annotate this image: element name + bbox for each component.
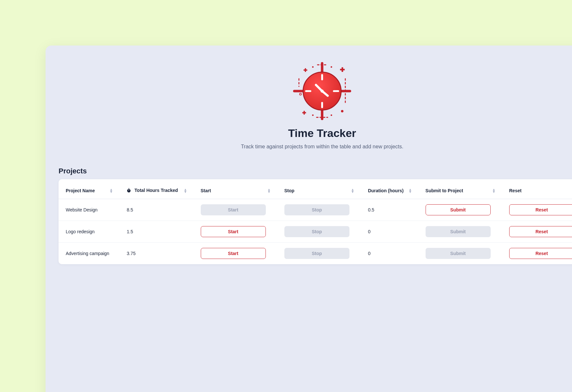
cell-submit: Submit — [418, 221, 502, 243]
col-label: Total Hours Tracked — [134, 188, 178, 193]
sort-icon: ▴▾ — [268, 188, 270, 193]
svg-rect-23 — [129, 188, 130, 189]
cell-project-name: Logo redesign — [59, 221, 119, 243]
stopwatch-icon — [127, 188, 131, 194]
cell-stop: Stop — [277, 199, 361, 221]
col-submit[interactable]: Submit to Project ▴▾ — [418, 182, 502, 199]
start-button[interactable]: Start — [201, 226, 266, 237]
col-label: Submit to Project — [426, 188, 463, 193]
svg-point-15 — [312, 66, 314, 68]
cell-submit: Submit — [418, 199, 502, 221]
col-project-name[interactable]: Project Name ▴▾ — [59, 182, 119, 199]
cell-reset: Reset — [502, 199, 572, 221]
reset-button[interactable]: Reset — [509, 248, 572, 259]
projects-table-card: Project Name ▴▾ Total Hours Tracked — [59, 179, 572, 264]
cell-duration: 0 — [361, 221, 418, 243]
svg-point-13 — [341, 110, 344, 113]
app-header: Time Tracker Track time against projects… — [46, 46, 572, 157]
app-frame: Time Tracker Track time against projects… — [46, 46, 572, 392]
col-reset[interactable]: Reset ▴▾ — [502, 182, 572, 199]
table-row: Website Design8.5StartStop0.5SubmitReset — [59, 199, 572, 221]
col-label: Stop — [284, 188, 294, 193]
col-total-hours[interactable]: Total Hours Tracked ▴▾ — [119, 182, 193, 199]
clock-icon — [290, 59, 355, 124]
page-title: Time Tracker — [288, 127, 356, 140]
table-row: Advertising campaign3.75StartStop0Submit… — [59, 243, 572, 264]
start-button: Start — [201, 204, 266, 215]
submit-button: Submit — [426, 226, 491, 237]
svg-point-16 — [331, 66, 332, 68]
col-start[interactable]: Start ▴▾ — [194, 182, 277, 199]
svg-point-14 — [300, 93, 302, 95]
col-label: Start — [201, 188, 211, 193]
cell-duration: 0 — [361, 243, 418, 264]
sort-icon: ▴▾ — [110, 188, 112, 193]
stop-button: Stop — [284, 204, 349, 215]
svg-point-12 — [320, 89, 324, 93]
submit-button: Submit — [426, 248, 491, 259]
cell-total-hours: 8.5 — [119, 199, 193, 221]
cell-start: Start — [194, 243, 277, 264]
cell-stop: Stop — [277, 221, 361, 243]
stop-button: Stop — [284, 248, 349, 259]
cell-duration: 0.5 — [361, 199, 418, 221]
stop-button: Stop — [284, 226, 349, 237]
col-label: Project Name — [66, 188, 95, 193]
page-subtitle: Track time against projects from within … — [241, 143, 403, 151]
projects-table: Project Name ▴▾ Total Hours Tracked — [59, 182, 572, 264]
cell-start: Start — [194, 221, 277, 243]
col-label: Reset — [509, 188, 522, 193]
col-label: Duration (hours) — [368, 188, 404, 193]
cell-reset: Reset — [502, 243, 572, 264]
cell-total-hours: 3.75 — [119, 243, 193, 264]
sort-icon: ▴▾ — [409, 188, 411, 193]
cell-stop: Stop — [277, 243, 361, 264]
sort-icon: ▴▾ — [493, 188, 495, 193]
cell-total-hours: 1.5 — [119, 221, 193, 243]
submit-button[interactable]: Submit — [426, 204, 491, 215]
cell-submit: Submit — [418, 243, 502, 264]
reset-button[interactable]: Reset — [509, 226, 572, 237]
table-row: Logo redesign1.5StartStop0SubmitReset — [59, 221, 572, 243]
projects-heading: Projects — [59, 167, 572, 175]
cell-start: Start — [194, 199, 277, 221]
start-button[interactable]: Start — [201, 248, 266, 259]
sort-icon: ▴▾ — [352, 188, 354, 193]
reset-button[interactable]: Reset — [509, 204, 572, 215]
cell-reset: Reset — [502, 221, 572, 243]
col-duration[interactable]: Duration (hours) ▴▾ — [361, 182, 418, 199]
svg-point-19 — [331, 115, 332, 116]
col-stop[interactable]: Stop ▴▾ — [277, 182, 361, 199]
sort-icon: ▴▾ — [184, 188, 186, 193]
cell-project-name: Advertising campaign — [59, 243, 119, 264]
svg-point-18 — [312, 115, 314, 116]
cell-project-name: Website Design — [59, 199, 119, 221]
